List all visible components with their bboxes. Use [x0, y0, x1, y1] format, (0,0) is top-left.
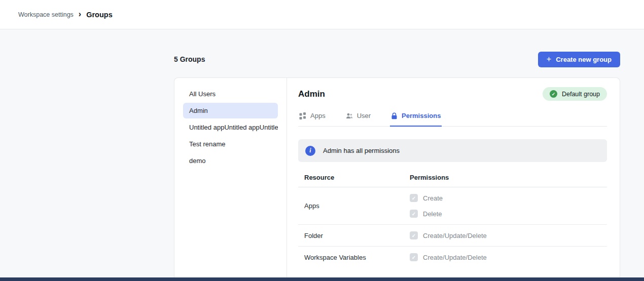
column-header-permissions: Permissions — [410, 174, 601, 181]
permission-label: Create/Update/Delete — [423, 232, 487, 239]
permission-folder-cud: ✓ Create/Update/Delete — [410, 231, 601, 239]
group-detail-panel: Admin ✓ Default group — [287, 78, 620, 281]
chevron-right-icon: › — [79, 10, 81, 18]
default-group-badge: ✓ Default group — [543, 87, 607, 101]
bottom-bar — [0, 277, 644, 281]
apps-grid-icon — [299, 112, 306, 119]
groups-count: 5 Groups — [174, 55, 205, 63]
tab-user[interactable]: User — [345, 107, 372, 127]
permissions-info-banner: i Admin has all permissions — [298, 139, 607, 162]
checkbox-folder-cud: ✓ — [410, 231, 418, 239]
groups-card: All Users Admin Untitled appUntitled app… — [174, 77, 620, 281]
permissions-table: Resource Permissions Apps ✓ Create ✓ Del… — [298, 168, 607, 268]
group-title: Admin — [298, 89, 325, 99]
table-row-workspace-variables: Workspace Variables ✓ Create/Update/Dele… — [298, 247, 607, 268]
resource-label: Apps — [304, 202, 410, 210]
tab-permissions-label: Permissions — [402, 112, 441, 119]
checkbox-apps-create: ✓ — [410, 194, 418, 202]
top-bar: Workspace settings › Groups — [0, 0, 644, 29]
group-item-all-users[interactable]: All Users — [183, 86, 278, 102]
table-row-folder: Folder ✓ Create/Update/Delete — [298, 225, 607, 247]
tab-apps[interactable]: Apps — [298, 107, 327, 127]
create-new-group-button[interactable]: + Create new group — [538, 52, 620, 67]
table-header-row: Resource Permissions — [298, 168, 607, 187]
group-item-demo[interactable]: demo — [183, 153, 278, 169]
permission-label: Create/Update/Delete — [423, 254, 487, 261]
resource-label: Folder — [304, 232, 410, 239]
checkbox-workspace-variables-cud: ✓ — [410, 253, 418, 261]
group-item-untitled-app[interactable]: Untitled appUntitled appUntitle… — [183, 119, 278, 135]
breadcrumb: Workspace settings › Groups — [18, 11, 113, 19]
group-detail-header: Admin ✓ Default group — [298, 87, 607, 101]
main-content: 5 Groups + Create new group All Users Ad… — [174, 29, 620, 281]
permissions-info-text: Admin has all permissions — [323, 147, 400, 154]
tab-apps-label: Apps — [310, 112, 326, 119]
create-new-group-label: Create new group — [556, 56, 612, 63]
resource-label: Workspace Variables — [304, 254, 410, 261]
permission-label: Create — [423, 194, 443, 202]
checkbox-apps-delete: ✓ — [410, 210, 418, 218]
plus-icon: + — [547, 55, 551, 63]
group-item-admin[interactable]: Admin — [183, 103, 278, 118]
lock-icon — [391, 112, 398, 119]
info-icon: i — [305, 146, 315, 156]
breadcrumb-workspace-settings[interactable]: Workspace settings — [18, 11, 74, 18]
groups-toolbar: 5 Groups + Create new group — [174, 51, 620, 67]
permission-apps-delete: ✓ Delete — [410, 210, 601, 218]
users-icon — [346, 112, 353, 119]
group-item-test-rename[interactable]: Test rename — [183, 136, 278, 152]
permission-workspace-variables-cud: ✓ Create/Update/Delete — [410, 253, 601, 261]
tab-permissions[interactable]: Permissions — [390, 107, 442, 127]
check-circle-icon: ✓ — [550, 90, 557, 98]
permission-apps-create: ✓ Create — [410, 194, 601, 202]
table-row-apps: Apps ✓ Create ✓ Delete — [298, 187, 607, 225]
breadcrumb-groups: Groups — [86, 11, 113, 19]
default-group-badge-label: Default group — [562, 91, 600, 98]
group-tabs: Apps User — [298, 107, 607, 127]
tab-user-label: User — [357, 112, 371, 119]
column-header-resource: Resource — [304, 174, 410, 181]
permission-label: Delete — [423, 210, 442, 218]
group-list: All Users Admin Untitled appUntitled app… — [174, 78, 287, 281]
